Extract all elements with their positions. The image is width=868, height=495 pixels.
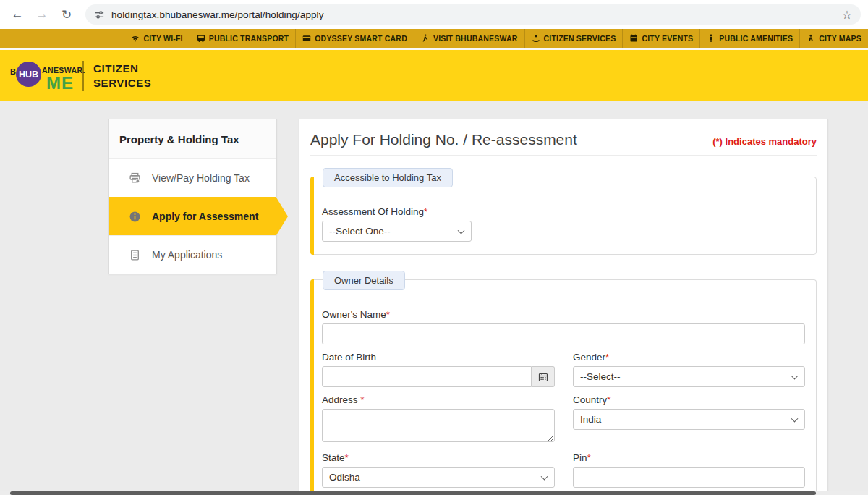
page-title: Apply For Holding No. / Re-assessment [310, 131, 577, 148]
owner-details-section: Owner Details Owner's Name* Date of Birt… [310, 279, 817, 495]
assessment-of-holding-select[interactable]: --Select One-- [322, 221, 472, 242]
bookmark-star-icon[interactable]: ☆ [842, 8, 852, 22]
calendar-icon [538, 372, 548, 382]
calendar-icon [629, 34, 638, 43]
holding-section-legend: Accessible to Holding Tax [323, 168, 453, 187]
owner-name-input[interactable] [322, 323, 805, 344]
owner-section-legend: Owner Details [323, 271, 405, 290]
sidebar-item-view-pay-holding-tax[interactable]: View/Pay Holding Tax [109, 158, 276, 197]
calendar-button[interactable] [532, 366, 555, 387]
address-bar[interactable]: holdingtax.bhubaneswar.me/portal/holding… [85, 4, 861, 25]
address-label: Address * [322, 394, 555, 406]
nav-citizen-services[interactable]: CITIZEN SERVICES [524, 29, 623, 48]
url-text[interactable]: holdingtax.bhubaneswar.me/portal/holding… [111, 9, 835, 20]
sidebar-title: Property & Holding Tax [109, 119, 276, 158]
nav-visit-bhubaneswar[interactable]: VISIT BHUBANESWAR [414, 29, 524, 48]
page-content: Property & Holding Tax View/Pay Holding … [0, 101, 868, 495]
bus-icon [197, 34, 205, 43]
gender-select[interactable]: --Select-- [573, 366, 805, 387]
site-settings-icon[interactable] [94, 9, 105, 20]
site-header: B HUB ANESWAR. ME CITIZEN SERVICES [0, 50, 868, 101]
state-select[interactable]: Odisha [322, 467, 555, 488]
city-links-bar: CITY WI-FI PUBLIC TRANSPORT ODYSSEY SMAR… [0, 29, 868, 48]
assessment-of-holding-label: Assessment Of Holding* [322, 206, 805, 218]
back-icon[interactable]: ← [7, 4, 27, 25]
payment-printer-icon [129, 172, 141, 185]
state-label: State* [322, 452, 555, 464]
date-of-birth-label: Date of Birth [322, 352, 555, 363]
service-hand-icon [532, 34, 540, 43]
nav-city-events[interactable]: CITY EVENTS [622, 29, 699, 48]
browser-toolbar: ← → ↻ holdingtax.bhubaneswar.me/portal/h… [0, 0, 868, 29]
walking-person-icon [421, 34, 430, 43]
panel-header: Apply For Holding No. / Re-assessment (*… [310, 119, 817, 156]
bhubaneswar-me-logo[interactable]: B HUB ANESWAR. ME [6, 50, 78, 101]
country-label: Country* [573, 394, 805, 406]
nav-public-amenities[interactable]: PUBLIC AMENITIES [699, 29, 799, 48]
sidebar-item-apply-for-assessment[interactable]: Apply for Assessment [109, 197, 276, 235]
person-pin-icon [707, 34, 715, 43]
nav-city-wifi[interactable]: CITY WI-FI [124, 29, 189, 48]
citizen-services-tagline: CITIZEN SERVICES [93, 62, 151, 90]
smart-card-icon [302, 34, 311, 43]
gender-label: Gender* [573, 352, 805, 363]
horizontal-scrollbar[interactable] [0, 491, 868, 495]
info-icon [129, 211, 141, 223]
me-logo-text: ME [46, 73, 74, 93]
pin-input[interactable] [573, 467, 805, 488]
mandatory-note: (*) Indicates mandatory [712, 136, 817, 147]
map-person-icon [807, 34, 815, 43]
applications-document-icon [129, 249, 141, 261]
nav-city-maps[interactable]: CITY MAPS [799, 29, 868, 48]
date-of-birth-input[interactable] [322, 366, 532, 387]
nav-odyssey-smart-card[interactable]: ODYSSEY SMART CARD [295, 29, 414, 48]
hub-badge: HUB [16, 62, 41, 87]
sidebar: Property & Holding Tax View/Pay Holding … [109, 119, 277, 274]
country-select[interactable]: India [573, 409, 805, 430]
divider [82, 61, 84, 91]
owner-name-label: Owner's Name* [322, 309, 805, 321]
scrollbar-thumb[interactable] [10, 491, 816, 495]
holding-tax-section: Accessible to Holding Tax Assessment Of … [310, 177, 817, 255]
main-panel: Apply For Holding No. / Re-assessment (*… [299, 119, 828, 495]
nav-public-transport[interactable]: PUBLIC TRANSPORT [190, 29, 296, 48]
address-textarea[interactable] [322, 409, 555, 442]
reload-icon[interactable]: ↻ [56, 4, 77, 25]
pin-label: Pin* [573, 452, 805, 464]
wifi-icon [131, 34, 140, 43]
sidebar-item-my-applications[interactable]: My Applications [109, 235, 276, 274]
forward-icon[interactable]: → [32, 4, 52, 25]
